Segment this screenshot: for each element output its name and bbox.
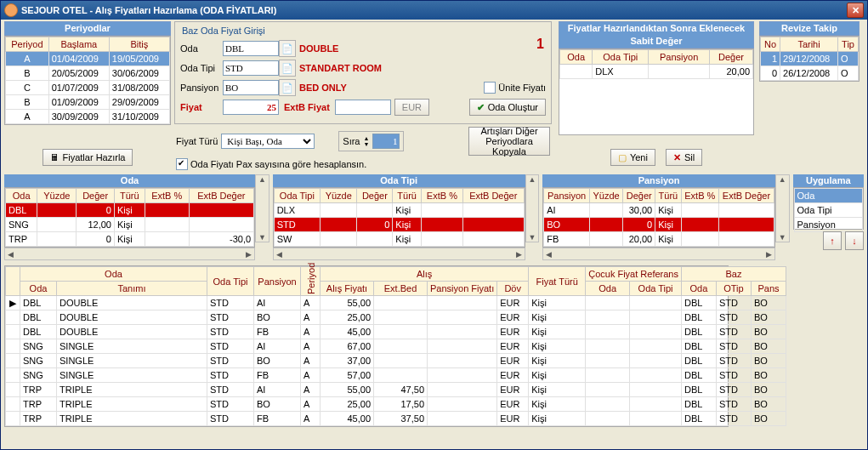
mid-row[interactable]: STD0Kişi <box>274 218 524 232</box>
pax-checkbox[interactable]: Oda Fiyatı Pax sayısına göre hesaplansın… <box>176 158 366 170</box>
sira-spinner[interactable]: ▲▼ <box>364 135 370 147</box>
result-row[interactable]: TRPTRIPLESTDBOA25,0017,50EURKişiDBLSTDBO <box>6 397 786 412</box>
order-down-button[interactable]: ↓ <box>845 231 864 250</box>
periods-col-baslama[interactable]: Başlama <box>48 37 109 52</box>
mid-row[interactable]: FB20,00Kişi <box>544 232 774 247</box>
mid-tip-grid[interactable]: Oda TipiYüzdeDeğerTürüExtB %ExtB DeğerDL… <box>273 187 525 248</box>
prepare-prices-button[interactable]: 🖩 Fiyatlar Hazırla <box>43 149 133 166</box>
bg-sh-tanim[interactable]: Tanımı <box>57 282 207 296</box>
mid-tip-vscroll[interactable]: ▲▼ <box>525 174 540 242</box>
result-row[interactable]: DBLDOUBLESTDBOA25,00EURKişiDBLSTDBO <box>6 310 786 325</box>
odatipi-label: Oda Tipi <box>180 63 223 73</box>
result-row[interactable]: TRPTRIPLESTDAIA55,0047,50EURKişiDBLSTDBO <box>6 383 786 397</box>
periods-col-periyod[interactable]: Periyod <box>6 37 49 52</box>
bg-h-periyod[interactable]: Periyod <box>301 267 321 296</box>
after-col-deger[interactable]: Değer <box>710 50 753 65</box>
mid-row[interactable]: AI30,00Kişi <box>544 203 774 218</box>
revize-col-no[interactable]: No <box>761 37 780 52</box>
mid-oda-vscroll[interactable]: ▲▼ <box>255 174 269 242</box>
extb-input[interactable] <box>335 100 391 115</box>
periods-row[interactable]: C01/07/200931/08/2009 <box>6 81 170 95</box>
bg-h-odatipi[interactable]: Oda Tipi <box>207 267 254 296</box>
result-row[interactable]: SNGSINGLESTDBOA37,00EURKişiDBLSTDBO <box>6 354 786 368</box>
periods-row[interactable]: B01/09/200929/09/2009 <box>6 95 170 110</box>
mid-tip-hscroll[interactable]: ◀▶ <box>273 248 525 260</box>
periods-col-bitis[interactable]: Bitiş <box>109 37 169 52</box>
result-row[interactable]: TRPTRIPLESTDFBA45,0037,50EURKişiDBLSTDBO <box>6 412 786 426</box>
new-button[interactable]: ▢Yeni <box>610 149 655 166</box>
bg-sh-boa[interactable]: Oda <box>681 282 716 296</box>
result-row[interactable]: SNGSINGLESTDAIA67,00EURKişiDBLSTDBO <box>6 339 786 354</box>
mid-oda-grid[interactable]: OdaYüzdeDeğerTürüExtB %ExtB DeğerDBL0Kiş… <box>4 187 255 248</box>
periods-row[interactable]: B20/05/200930/06/2009 <box>6 66 170 81</box>
mid-pan-vscroll[interactable]: ▲▼ <box>775 174 790 242</box>
fiyat-input[interactable] <box>223 100 279 115</box>
bg-h-oda[interactable]: Oda <box>20 267 207 282</box>
revize-row[interactable]: 129/12/2008O <box>761 52 859 66</box>
pansiyon-lookup-icon[interactable]: 📄 <box>279 79 296 96</box>
mid-row[interactable]: BO0Kişi <box>544 218 774 232</box>
mid-oda-hscroll[interactable]: ◀▶ <box>4 248 255 260</box>
periods-row[interactable]: A01/04/200919/05/2009 <box>6 52 170 66</box>
after-row[interactable]: DLX20,00 <box>560 65 753 79</box>
order-up-button[interactable]: ↑ <box>823 231 842 250</box>
bg-h-ft[interactable]: Fiyat Türü <box>529 267 586 296</box>
create-room-button[interactable]: ✔Oda Oluştur <box>469 99 546 116</box>
odatipi-lookup-icon[interactable]: 📄 <box>279 60 296 77</box>
delete-icon: ✕ <box>673 152 681 163</box>
revize-grid[interactable]: No Tarihi Tip 129/12/2008O026/12/2008O <box>759 36 859 82</box>
pansiyon-label: Pansiyon <box>180 83 223 93</box>
mid-row[interactable]: SWKişi <box>274 232 524 247</box>
revize-col-tarih[interactable]: Tarihi <box>780 37 838 52</box>
oda-lookup-icon[interactable]: 📄 <box>279 40 296 57</box>
bg-sh-alisf[interactable]: Alış Fiyatı <box>321 282 374 296</box>
oda-input[interactable] <box>223 41 279 56</box>
bg-sh-cot[interactable]: Oda Tipi <box>630 282 682 296</box>
fiyat-turu-select[interactable]: Kişi Başı, Oda <box>221 134 315 149</box>
pansiyon-input[interactable] <box>223 80 279 95</box>
bg-sh-dov[interactable]: Döv <box>497 282 529 296</box>
mid-row[interactable]: TRP0Kişi-30,0 <box>6 232 254 247</box>
revize-row[interactable]: 026/12/2008O <box>761 66 859 81</box>
after-col-pan[interactable]: Pansiyon <box>649 50 710 65</box>
delete-button[interactable]: ✕Sil <box>666 149 702 166</box>
mid-pan-grid[interactable]: PansiyonYüzdeDeğerTürüExtB %ExtB DeğerAI… <box>542 187 775 248</box>
after-grid[interactable]: Oda Oda Tipi Pansiyon Değer DLX20,00 <box>559 48 754 135</box>
mid-row[interactable]: SNG12,00Kişi <box>6 218 254 232</box>
order-row[interactable]: Oda <box>794 189 862 203</box>
odatipi-desc: STANDART ROOM <box>299 63 382 73</box>
sira-input[interactable] <box>372 134 400 149</box>
bg-sh-coa[interactable]: Oda <box>586 282 630 296</box>
periods-grid[interactable]: Periyod Başlama Bitiş A01/04/200919/05/2… <box>4 36 171 125</box>
result-grid[interactable]: Oda Oda Tipi Pansiyon Periyod Alış Fiyat… <box>4 265 729 427</box>
close-button[interactable]: ✕ <box>847 3 864 18</box>
bg-h-pansiyon[interactable]: Pansiyon <box>254 267 301 296</box>
copy-increases-button[interactable]: Artışları Diğer Periyodlara Kopyala <box>468 127 550 156</box>
revize-col-tip[interactable]: Tip <box>838 37 859 52</box>
result-row[interactable]: SNGSINGLESTDFBA57,00EURKişiDBLSTDBO <box>6 368 786 383</box>
currency-button[interactable]: EUR <box>394 99 429 116</box>
periods-row[interactable]: A30/09/200931/10/2009 <box>6 110 170 124</box>
mid-row[interactable]: DLXKişi <box>274 203 524 218</box>
after-col-tip[interactable]: Oda Tipi <box>593 50 649 65</box>
order-list[interactable]: OdaOda TipiPansiyon <box>793 187 864 230</box>
fiyat-turu-label: Fiyat Türü <box>176 136 218 146</box>
mid-oda-title: Oda <box>4 174 255 187</box>
bg-sh-panf[interactable]: Pansiyon Fiyatı <box>428 282 497 296</box>
order-row[interactable]: Pansiyon <box>794 218 862 232</box>
result-row[interactable]: DBLDOUBLESTDFBA45,00EURKişiDBLSTDBO <box>6 325 786 339</box>
bg-sh-oda[interactable]: Oda <box>20 282 57 296</box>
after-col-oda[interactable]: Oda <box>560 50 593 65</box>
bg-sh-bps[interactable]: Pans <box>751 282 786 296</box>
bg-sh-extbed[interactable]: Ext.Bed <box>374 282 428 296</box>
bg-h-cfr[interactable]: Çocuk Fiyat Referans <box>586 267 682 282</box>
bg-h-alis[interactable]: Alış <box>321 267 529 282</box>
mid-pan-hscroll[interactable]: ◀▶ <box>542 248 775 260</box>
result-row[interactable]: ▶DBLDOUBLESTDAIA55,00EURKişiDBLSTDBO <box>6 296 786 310</box>
bg-h-baz[interactable]: Baz <box>681 267 786 282</box>
unit-price-checkbox[interactable]: Ünite Fiyatı <box>484 82 546 94</box>
odatipi-input[interactable] <box>223 60 279 76</box>
order-row[interactable]: Oda Tipi <box>794 203 862 218</box>
mid-row[interactable]: DBL0Kişi <box>6 203 254 218</box>
bg-sh-bot[interactable]: OTip <box>716 282 751 296</box>
